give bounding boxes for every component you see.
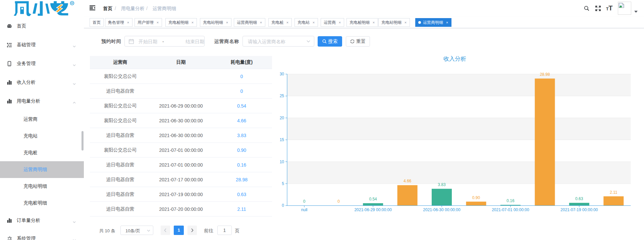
svg-text:2021-06-30 00:00:00: 2021-06-30 00:00:00 xyxy=(423,207,461,212)
svg-text:0.63: 0.63 xyxy=(575,196,583,201)
svg-text:3.83: 3.83 xyxy=(438,182,446,187)
svg-text:4.66: 4.66 xyxy=(404,179,412,183)
svg-text:2.11: 2.11 xyxy=(610,190,618,195)
svg-text:0: 0 xyxy=(282,203,284,208)
svg-text:30: 30 xyxy=(280,72,284,76)
svg-text:0: 0 xyxy=(337,199,340,204)
svg-text:0.90: 0.90 xyxy=(472,195,480,200)
svg-text:10: 10 xyxy=(280,160,284,164)
svg-text:0: 0 xyxy=(303,199,306,204)
svg-text:R: R xyxy=(71,2,73,5)
svg-text:null: null xyxy=(301,207,308,212)
svg-text:2021-07-19 00:00:00: 2021-07-19 00:00:00 xyxy=(560,207,598,212)
svg-text:2021-07-01 00:00:00: 2021-07-01 00:00:00 xyxy=(492,207,529,212)
svg-text:25: 25 xyxy=(280,94,284,98)
svg-text:2021-06-29 00:00:00: 2021-06-29 00:00:00 xyxy=(354,207,392,212)
svg-text:5: 5 xyxy=(282,181,284,186)
svg-text:20: 20 xyxy=(280,116,284,120)
svg-text:0.16: 0.16 xyxy=(506,198,515,203)
svg-text:收入分析: 收入分析 xyxy=(443,56,466,62)
svg-text:0.54: 0.54 xyxy=(369,197,377,201)
svg-text:15: 15 xyxy=(280,137,284,142)
svg-text:28.98: 28.98 xyxy=(540,72,550,77)
